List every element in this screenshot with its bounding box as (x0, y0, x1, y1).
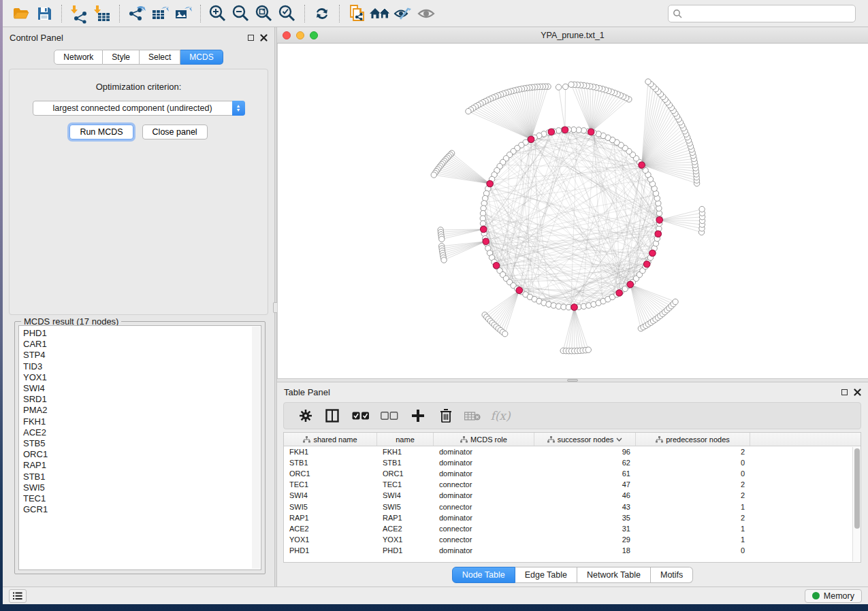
refresh-icon[interactable] (310, 3, 334, 24)
import-table-icon[interactable] (91, 3, 114, 24)
column-header-shared-name[interactable]: shared name (284, 433, 377, 446)
cell-predecessor-nodes[interactable]: 2 (636, 491, 750, 499)
cell-successor-nodes[interactable]: 31 (534, 525, 636, 533)
tab-network[interactable]: Network (54, 50, 103, 65)
cell-successor-nodes[interactable]: 46 (534, 491, 636, 499)
table-row[interactable]: RAP1RAP1dominator352 (284, 512, 861, 523)
export-network-icon[interactable] (125, 3, 148, 24)
mcds-result-item[interactable]: STB5 (23, 438, 261, 449)
cell-shared-name[interactable]: SWI5 (284, 503, 377, 511)
cell-name[interactable]: STB1 (377, 459, 434, 467)
show-column-icon[interactable] (318, 406, 347, 426)
mcds-result-item[interactable]: STB1 (23, 472, 261, 482)
close-panel-icon[interactable] (260, 34, 268, 42)
cell-successor-nodes[interactable]: 35 (534, 514, 636, 522)
add-column-icon[interactable] (404, 406, 432, 426)
cell-predecessor-nodes[interactable]: 0 (636, 469, 750, 478)
cell-MCDS-role[interactable]: dominator (434, 546, 534, 555)
table-settings-gear-icon[interactable] (293, 406, 318, 426)
cell-MCDS-role[interactable]: dominator (434, 514, 534, 522)
cell-MCDS-role[interactable]: connector (434, 535, 534, 544)
function-builder-icon[interactable]: f(x) (485, 406, 515, 426)
import-network-icon[interactable] (67, 3, 91, 24)
network-graph[interactable] (278, 44, 868, 378)
column-header-successor-nodes[interactable]: successor nodes (534, 433, 636, 446)
tab-edge-table[interactable]: Edge Table (515, 567, 577, 583)
cell-successor-nodes[interactable]: 96 (534, 448, 636, 456)
cell-successor-nodes[interactable]: 62 (534, 459, 636, 467)
cell-name[interactable]: PHD1 (377, 546, 434, 555)
cell-name[interactable]: YOX1 (377, 535, 434, 544)
memory-button[interactable]: Memory (805, 589, 862, 603)
cell-shared-name[interactable]: FKH1 (284, 448, 377, 456)
mcds-result-item[interactable]: TEC1 (23, 493, 261, 504)
mcds-result-item[interactable]: GCR1 (23, 504, 261, 515)
zoom-selected-icon[interactable] (276, 3, 299, 24)
cell-successor-nodes[interactable]: 47 (534, 480, 636, 489)
float-panel-icon[interactable] (841, 389, 848, 395)
tab-select[interactable]: Select (140, 50, 180, 65)
table-row[interactable]: SWI5SWI5connector431 (284, 501, 861, 512)
column-header-name[interactable]: name (377, 433, 434, 446)
window-close-icon[interactable] (283, 31, 291, 39)
mcds-result-item[interactable]: CAR1 (23, 339, 261, 350)
mcds-result-item[interactable]: FKH1 (23, 416, 261, 427)
cell-successor-nodes[interactable]: 18 (534, 546, 636, 555)
cell-name[interactable]: ORC1 (377, 469, 434, 478)
task-history-icon[interactable] (9, 589, 27, 603)
show-all-icon[interactable] (415, 3, 438, 24)
first-neighbors-icon[interactable] (368, 3, 391, 24)
float-panel-icon[interactable] (248, 35, 254, 41)
table-row[interactable]: SWI4SWI4dominator462 (284, 490, 861, 501)
cell-MCDS-role[interactable]: dominator (434, 448, 534, 456)
scrollbar-thumb[interactable] (854, 448, 860, 529)
mcds-result-item[interactable]: RAP1 (23, 460, 261, 471)
cell-predecessor-nodes[interactable]: 2 (636, 480, 750, 489)
mcds-result-item[interactable]: YOX1 (23, 372, 261, 383)
mcds-result-item[interactable]: SWI5 (23, 482, 261, 493)
tab-mcds[interactable]: MCDS (180, 50, 223, 65)
cell-predecessor-nodes[interactable]: 2 (636, 514, 750, 522)
tab-network-table[interactable]: Network Table (577, 567, 651, 583)
table-row[interactable]: FKH1FKH1dominator962 (284, 446, 861, 457)
cell-name[interactable]: SWI5 (377, 503, 434, 511)
mcds-result-item[interactable]: SRD1 (23, 394, 261, 405)
cell-shared-name[interactable]: PHD1 (284, 546, 377, 555)
cell-predecessor-nodes[interactable]: 1 (636, 503, 750, 511)
cell-successor-nodes[interactable]: 43 (534, 503, 636, 511)
zoom-fit-icon[interactable] (253, 3, 276, 24)
table-row[interactable]: ORC1ORC1dominator610 (284, 468, 861, 479)
mcds-result-list[interactable]: PHD1CAR1STP4TID3YOX1SWI4SRD1PMA2FKH1ACE2… (18, 325, 261, 570)
tab-node-table[interactable]: Node Table (452, 567, 515, 583)
table-row[interactable]: TEC1TEC1connector472 (284, 479, 861, 490)
tab-motifs[interactable]: Motifs (651, 567, 693, 583)
delete-table-icon[interactable] (460, 406, 485, 426)
cell-shared-name[interactable]: ORC1 (284, 469, 377, 478)
cell-name[interactable]: FKH1 (377, 448, 434, 456)
cell-shared-name[interactable]: YOX1 (284, 535, 377, 544)
splitter-grip[interactable] (567, 379, 578, 382)
export-image-icon[interactable] (172, 3, 195, 24)
cell-shared-name[interactable]: RAP1 (284, 514, 377, 522)
window-minimize-icon[interactable] (296, 31, 304, 39)
table-row[interactable]: PHD1PHD1dominator180 (284, 545, 861, 556)
mcds-result-item[interactable]: PMA2 (23, 405, 261, 416)
table-row[interactable]: YOX1YOX1connector291 (284, 534, 861, 545)
mcds-result-item[interactable]: ORC1 (23, 449, 261, 460)
open-file-icon[interactable] (10, 3, 33, 24)
hide-selected-icon[interactable] (391, 3, 415, 24)
cell-MCDS-role[interactable]: connector (434, 480, 534, 489)
cell-successor-nodes[interactable]: 61 (534, 469, 636, 478)
mcds-result-item[interactable]: PHD1 (23, 328, 261, 339)
mcds-result-item[interactable]: STP4 (23, 350, 261, 361)
table-scrollbar[interactable] (852, 447, 861, 561)
select-all-checkboxes-icon[interactable] (347, 406, 375, 426)
export-table-icon[interactable] (148, 3, 172, 24)
network-view-canvas[interactable] (277, 44, 868, 378)
mcds-result-item[interactable]: ACE2 (23, 427, 261, 438)
cell-shared-name[interactable]: STB1 (284, 459, 377, 467)
delete-column-icon[interactable] (432, 406, 460, 426)
cell-MCDS-role[interactable]: connector (434, 503, 534, 511)
run-mcds-button[interactable]: Run MCDS (69, 125, 133, 139)
table-row[interactable]: ACE2ACE2connector311 (284, 523, 861, 534)
